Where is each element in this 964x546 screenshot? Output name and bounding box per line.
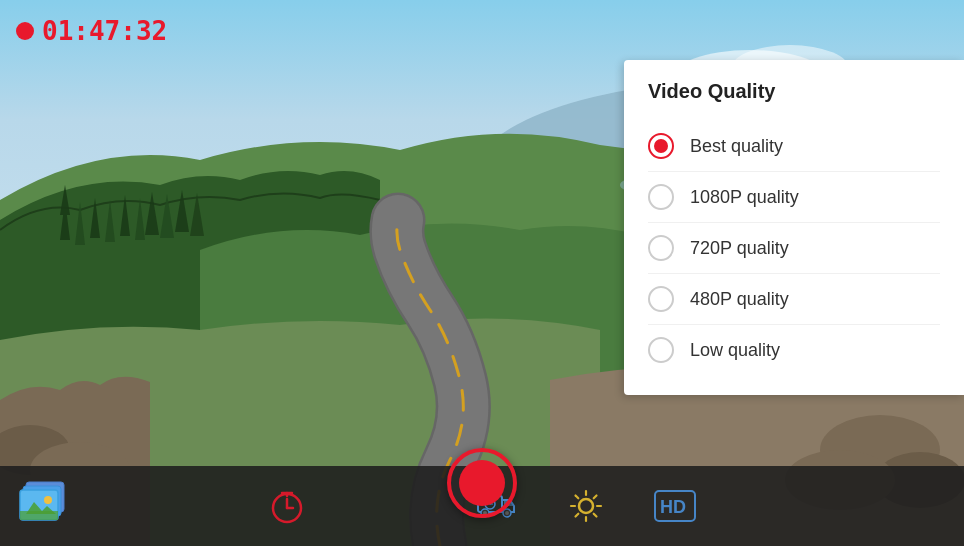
record-button[interactable] <box>447 448 517 518</box>
radio-best <box>648 133 674 159</box>
quality-option-720p[interactable]: 720P quality <box>648 223 940 274</box>
timer-display: 01:47:32 <box>42 16 167 46</box>
quality-label-best: Best quality <box>690 136 783 157</box>
radio-inner-best <box>654 139 668 153</box>
quality-label-480p: 480P quality <box>690 289 789 310</box>
svg-rect-18 <box>20 511 58 520</box>
radio-480p <box>648 286 674 312</box>
quality-label-low: Low quality <box>690 340 780 361</box>
svg-text:HD: HD <box>660 497 686 517</box>
record-button-inner <box>459 460 505 506</box>
quality-option-480p[interactable]: 480P quality <box>648 274 940 325</box>
gallery-icon[interactable] <box>18 476 70 528</box>
hd-icon[interactable]: HD <box>654 490 696 522</box>
radio-720p <box>648 235 674 261</box>
quality-label-1080p: 1080P quality <box>690 187 799 208</box>
svg-line-39 <box>594 496 597 499</box>
quality-panel-title: Video Quality <box>648 80 940 103</box>
svg-point-32 <box>579 499 593 513</box>
svg-line-37 <box>576 496 579 499</box>
quality-option-best[interactable]: Best quality <box>648 121 940 172</box>
quality-label-720p: 720P quality <box>690 238 789 259</box>
svg-point-17 <box>44 496 52 504</box>
quality-option-low[interactable]: Low quality <box>648 325 940 375</box>
quality-option-1080p[interactable]: 1080P quality <box>648 172 940 223</box>
radio-low <box>648 337 674 363</box>
record-button-container <box>447 448 517 518</box>
recording-indicator: 01:47:32 <box>16 16 167 46</box>
radio-1080p <box>648 184 674 210</box>
quality-panel: Video Quality Best quality 1080P quality… <box>624 60 964 395</box>
timer-icon[interactable] <box>268 487 306 525</box>
brightness-icon[interactable] <box>568 488 604 524</box>
record-dot <box>16 22 34 40</box>
svg-line-40 <box>576 514 579 517</box>
svg-line-38 <box>594 514 597 517</box>
